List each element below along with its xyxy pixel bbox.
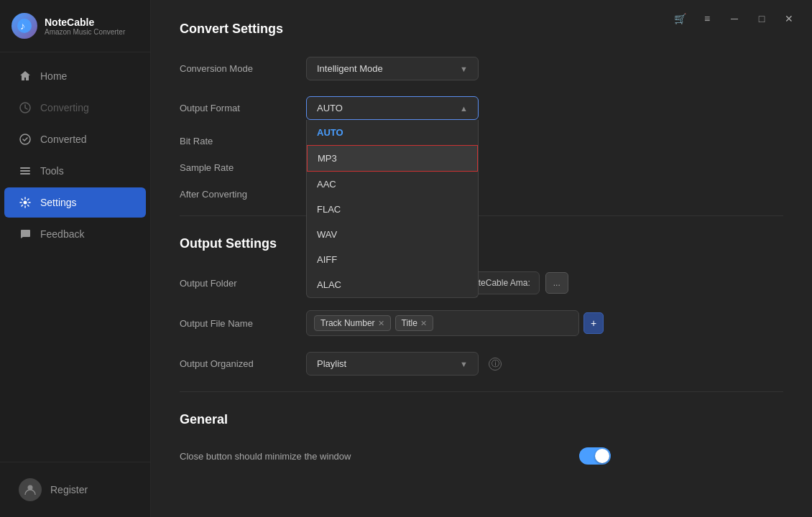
title-tag: Title ✕ bbox=[395, 315, 433, 331]
track-number-label: Track Number bbox=[320, 318, 375, 328]
output-filename-label: Output File Name bbox=[180, 318, 295, 329]
bit-rate-label: Bit Rate bbox=[180, 136, 295, 146]
output-format-row: Output Format AUTO ▲ AUTO MP3 AAC FLAC W… bbox=[180, 96, 783, 120]
conversion-mode-label: Conversion Mode bbox=[180, 63, 295, 74]
sidebar-item-converting[interactable]: Converting bbox=[4, 93, 146, 123]
conversion-mode-row: Conversion Mode Intelligent Mode ▼ bbox=[180, 57, 783, 80]
tools-icon bbox=[19, 164, 32, 177]
home-icon bbox=[19, 70, 32, 83]
sidebar-item-converted[interactable]: Converted bbox=[4, 124, 146, 154]
close-button-label: Close button should minimize the window bbox=[180, 451, 351, 462]
sidebar-label-converted: Converted bbox=[40, 134, 87, 145]
sidebar-label-feedback: Feedback bbox=[40, 228, 84, 240]
title-close[interactable]: ✕ bbox=[420, 319, 427, 328]
svg-point-7 bbox=[24, 201, 27, 205]
register-avatar bbox=[19, 478, 42, 501]
output-format-dropdown[interactable]: AUTO ▲ bbox=[306, 96, 479, 120]
section-sep-1 bbox=[180, 215, 783, 216]
output-filename-field[interactable]: Track Number ✕ Title ✕ bbox=[306, 310, 579, 336]
convert-settings-section: Convert Settings Conversion Mode Intelli… bbox=[180, 22, 783, 200]
sidebar-nav: Home Converting Converted bbox=[0, 52, 150, 462]
after-converting-label: After Converting bbox=[180, 189, 295, 200]
output-organized-row: Output Organized Playlist ▼ ⓘ bbox=[180, 352, 783, 376]
minimize-button[interactable]: ─ bbox=[726, 10, 743, 27]
format-option-aac[interactable]: AAC bbox=[307, 172, 478, 197]
close-button[interactable]: ✕ bbox=[780, 10, 798, 27]
output-format-label: Output Format bbox=[180, 103, 295, 113]
app-subtitle: Amazon Music Converter bbox=[45, 28, 125, 36]
general-section: General Close button should minimize the… bbox=[180, 412, 783, 465]
output-folder-label: Output Folder bbox=[180, 278, 295, 289]
svg-rect-4 bbox=[20, 167, 30, 169]
title-label: Title bbox=[402, 318, 417, 328]
format-option-auto[interactable]: AUTO bbox=[307, 120, 478, 145]
feedback-icon bbox=[19, 228, 32, 241]
format-option-aiff[interactable]: AIFF bbox=[307, 247, 478, 272]
after-converting-row: After Converting bbox=[180, 189, 783, 200]
output-format-arrow: ▲ bbox=[460, 104, 468, 113]
output-settings-title: Output Settings bbox=[180, 236, 783, 251]
format-option-alac[interactable]: ALAC bbox=[307, 272, 478, 297]
add-filename-tag-button[interactable]: + bbox=[583, 312, 604, 334]
sample-rate-row: Sample Rate bbox=[180, 162, 783, 173]
folder-browse-button[interactable]: ... bbox=[545, 272, 568, 294]
app-logo: ♪ NoteCable Amazon Music Converter bbox=[0, 0, 150, 52]
output-organized-arrow: ▼ bbox=[460, 360, 468, 368]
output-folder-row: Output Folder C:\Users\Anvsoft\OneDrive\… bbox=[180, 271, 783, 294]
converted-icon bbox=[19, 133, 32, 146]
format-option-flac[interactable]: FLAC bbox=[307, 197, 478, 222]
format-option-mp3[interactable]: MP3 bbox=[307, 145, 478, 172]
svg-rect-5 bbox=[20, 170, 30, 172]
sidebar-label-settings: Settings bbox=[40, 197, 77, 208]
svg-text:♪: ♪ bbox=[20, 20, 25, 32]
output-organized-label: Output Organized bbox=[180, 358, 295, 369]
general-title: General bbox=[180, 412, 783, 427]
bit-rate-row: Bit Rate bbox=[180, 136, 783, 146]
cart-button[interactable]: 🛒 bbox=[671, 10, 688, 27]
format-option-wav[interactable]: WAV bbox=[307, 222, 478, 247]
sidebar-item-tools[interactable]: Tools bbox=[4, 156, 146, 186]
conversion-mode-value: Intelligent Mode bbox=[317, 63, 383, 74]
output-organized-value: Playlist bbox=[317, 358, 346, 369]
conversion-mode-arrow: ▼ bbox=[460, 65, 468, 73]
register-label: Register bbox=[50, 484, 88, 495]
track-number-tag: Track Number ✕ bbox=[314, 315, 391, 331]
sidebar-item-home[interactable]: Home bbox=[4, 61, 146, 91]
sample-rate-label: Sample Rate bbox=[180, 162, 295, 173]
track-number-close[interactable]: ✕ bbox=[378, 319, 384, 328]
output-filename-row: Output File Name Track Number ✕ Title ✕ … bbox=[180, 310, 783, 336]
sidebar-item-feedback[interactable]: Feedback bbox=[4, 219, 146, 249]
sidebar-label-home: Home bbox=[40, 70, 67, 82]
main-content: 🛒 ≡ ─ □ ✕ Convert Settings Conversion Mo… bbox=[151, 0, 812, 517]
toggle-knob bbox=[595, 449, 609, 463]
conversion-mode-dropdown[interactable]: Intelligent Mode ▼ bbox=[306, 57, 479, 80]
close-minimize-toggle[interactable] bbox=[579, 447, 611, 465]
close-button-row: Close button should minimize the window bbox=[180, 447, 611, 465]
sidebar-label-tools: Tools bbox=[40, 165, 64, 177]
maximize-button[interactable]: □ bbox=[753, 10, 770, 27]
register-item[interactable]: Register bbox=[4, 471, 146, 508]
output-organized-dropdown[interactable]: Playlist ▼ bbox=[306, 352, 479, 376]
app-name: NoteCable bbox=[45, 17, 125, 28]
output-format-value: AUTO bbox=[317, 103, 343, 113]
menu-button[interactable]: ≡ bbox=[698, 10, 716, 27]
sidebar-label-converting: Converting bbox=[40, 102, 89, 113]
sidebar-item-settings[interactable]: Settings bbox=[4, 187, 146, 218]
app-logo-icon: ♪ bbox=[11, 13, 37, 39]
titlebar: 🛒 ≡ ─ □ ✕ bbox=[671, 10, 798, 27]
sidebar-bottom: Register bbox=[0, 462, 150, 517]
output-format-menu: AUTO MP3 AAC FLAC WAV AIFF ALAC bbox=[306, 120, 479, 298]
settings-icon bbox=[19, 196, 32, 209]
section-sep-2 bbox=[180, 391, 783, 392]
output-settings-section: Output Settings Output Folder C:\Users\A… bbox=[180, 236, 783, 376]
svg-rect-6 bbox=[20, 173, 30, 174]
converting-icon bbox=[19, 101, 32, 114]
sidebar: ♪ NoteCable Amazon Music Converter Home bbox=[0, 0, 151, 517]
output-organized-info[interactable]: ⓘ bbox=[489, 358, 502, 371]
